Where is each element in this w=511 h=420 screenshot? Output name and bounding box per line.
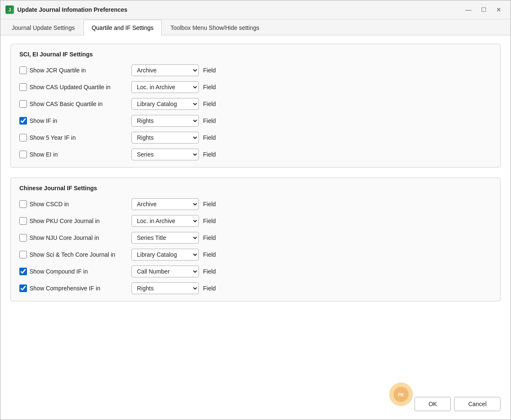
field-label-pku: Field (203, 218, 216, 224)
row-cas-updated: Show CAS Updated Quartile in Archive Loc… (19, 81, 492, 93)
footer: PK OK Cancel (0, 392, 511, 420)
select-show-ei[interactable]: Archive Loc. in Archive Library Catalog … (131, 149, 199, 160)
field-label-compound-if: Field (203, 268, 216, 275)
select-compound-if[interactable]: Archive Loc. in Archive Library Catalog … (131, 266, 199, 277)
field-label-5year-if: Field (203, 134, 216, 141)
close-button[interactable]: ✕ (492, 4, 506, 16)
tab-quartile-if[interactable]: Quartile and IF Settings (83, 20, 161, 35)
row-sci-tech: Show Sci & Tech Core Journal in Archive … (19, 249, 492, 261)
checkbox-show-if[interactable] (19, 117, 27, 125)
label-pku: Show PKU Core Journal in (29, 218, 100, 224)
select-sci-tech[interactable]: Archive Loc. in Archive Library Catalog … (131, 249, 199, 261)
minimize-button[interactable]: — (462, 4, 475, 16)
select-5year-if[interactable]: Archive Loc. in Archive Library Catalog … (131, 132, 199, 144)
content-area: SCI, EI Journal IF Settings Show JCR Qua… (0, 35, 511, 392)
maximize-button[interactable]: ☐ (477, 4, 490, 16)
row-5year-if: Show 5 Year IF in Archive Loc. in Archiv… (19, 132, 492, 144)
titlebar: J Update Journal Infomation Preferences … (0, 0, 511, 19)
label-show-if: Show IF in (29, 117, 57, 124)
checkbox-compound-if[interactable] (19, 268, 27, 275)
tab-toolbox-menu[interactable]: Toolbox Menu Show/Hide settings (163, 20, 268, 35)
chinese-section: Chinese Journal IF Settings Show CSCD in… (11, 178, 500, 301)
row-comprehensive-if: Show Comprehensive IF in Archive Loc. in… (19, 282, 492, 294)
select-cscd[interactable]: Archive Loc. in Archive Library Catalog … (131, 198, 199, 210)
field-label-show-if: Field (203, 117, 216, 124)
field-label-show-ei: Field (203, 151, 216, 158)
main-window: J Update Journal Infomation Preferences … (0, 0, 511, 420)
svg-text:PK: PK (398, 393, 404, 397)
row-cscd: Show CSCD in Archive Loc. in Archive Lib… (19, 198, 492, 210)
label-show-ei: Show EI in (29, 151, 58, 158)
row-cas-basic: Show CAS Basic Quartile in Archive Loc. … (19, 98, 492, 110)
sci-section-title: SCI, EI Journal IF Settings (19, 51, 492, 58)
checkbox-cas-updated[interactable] (19, 83, 27, 91)
tab-journal-update[interactable]: Journal Update Settings (4, 20, 83, 35)
label-5year-if: Show 5 Year IF in (29, 134, 76, 141)
field-label-sci-tech: Field (203, 251, 216, 258)
row-jcr-quartile: Show JCR Quartile in Archive Loc. in Arc… (19, 64, 492, 76)
checkbox-comprehensive-if[interactable] (19, 284, 27, 292)
row-compound-if: Show Compound IF in Archive Loc. in Arch… (19, 266, 492, 277)
select-nju[interactable]: Archive Loc. in Archive Library Catalog … (131, 232, 199, 244)
label-cas-basic: Show CAS Basic Quartile in (29, 101, 103, 107)
titlebar-controls: — ☐ ✕ (462, 4, 506, 16)
checkbox-cas-basic[interactable] (19, 100, 27, 108)
cancel-button[interactable]: Cancel (454, 397, 500, 411)
label-comprehensive-if: Show Comprehensive IF in (29, 285, 100, 292)
checkbox-show-ei[interactable] (19, 151, 27, 158)
checkbox-pku[interactable] (19, 217, 27, 225)
select-show-if[interactable]: Archive Loc. in Archive Library Catalog … (131, 115, 199, 127)
select-jcr-quartile[interactable]: Archive Loc. in Archive Library Catalog … (131, 64, 199, 76)
tab-bar: Journal Update Settings Quartile and IF … (0, 19, 511, 35)
row-show-ei: Show EI in Archive Loc. in Archive Libra… (19, 149, 492, 160)
chinese-section-title: Chinese Journal IF Settings (19, 185, 492, 191)
field-label-cas-updated: Field (203, 84, 216, 90)
label-cscd: Show CSCD in (29, 201, 69, 207)
row-nju: Show NJU Core Journal in Archive Loc. in… (19, 232, 492, 244)
field-label-jcr: Field (203, 67, 216, 74)
pkmer-logo: PK (388, 382, 414, 407)
checkbox-nju[interactable] (19, 234, 27, 242)
select-pku[interactable]: Archive Loc. in Archive Library Catalog … (131, 215, 199, 227)
label-sci-tech: Show Sci & Tech Core Journal in (29, 251, 115, 258)
label-cas-updated: Show CAS Updated Quartile in (29, 84, 110, 90)
select-cas-basic[interactable]: Archive Loc. in Archive Library Catalog … (131, 98, 199, 110)
checkbox-cscd[interactable] (19, 200, 27, 208)
checkbox-sci-tech[interactable] (19, 251, 27, 258)
row-pku: Show PKU Core Journal in Archive Loc. in… (19, 215, 492, 227)
field-label-nju: Field (203, 234, 216, 241)
app-icon: J (5, 5, 14, 14)
label-jcr-quartile: Show JCR Quartile in (29, 67, 86, 74)
label-compound-if: Show Compound IF in (29, 268, 88, 275)
checkbox-jcr-quartile[interactable] (19, 66, 27, 74)
select-cas-updated[interactable]: Archive Loc. in Archive Library Catalog … (131, 81, 199, 93)
window-title: Update Journal Infomation Preferences (17, 6, 127, 13)
field-label-cas-basic: Field (203, 101, 216, 107)
ok-button[interactable]: OK (415, 397, 451, 411)
select-comprehensive-if[interactable]: Archive Loc. in Archive Library Catalog … (131, 282, 199, 294)
label-nju: Show NJU Core Journal in (29, 234, 99, 241)
field-label-cscd: Field (203, 201, 216, 207)
row-show-if: Show IF in Archive Loc. in Archive Libra… (19, 115, 492, 127)
field-label-comprehensive-if: Field (203, 285, 216, 292)
checkbox-5year-if[interactable] (19, 134, 27, 141)
sci-section: SCI, EI Journal IF Settings Show JCR Qua… (11, 44, 500, 167)
